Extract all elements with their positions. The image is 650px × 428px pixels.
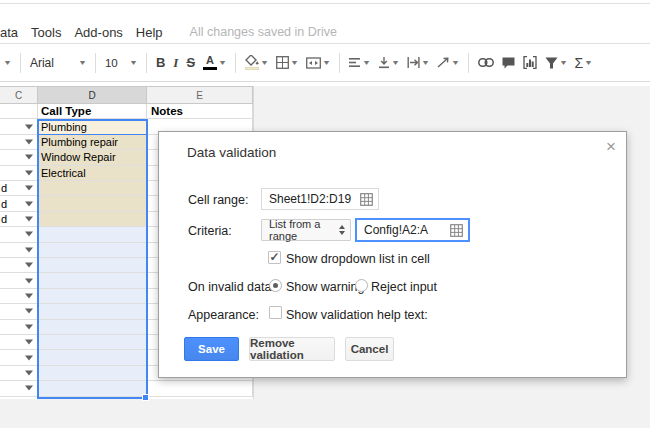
cell-c[interactable] [0, 320, 38, 335]
cell-dropdown-arrow-icon[interactable] [25, 324, 33, 329]
text-color-button[interactable]: A ▼ [200, 51, 229, 75]
cell-c[interactable] [0, 381, 38, 396]
criteria-range-input[interactable]: Config!A2:A [355, 218, 470, 242]
cell-d[interactable]: Plumbing repair [38, 135, 147, 150]
cell-dropdown-arrow-icon[interactable] [25, 155, 33, 160]
save-button[interactable]: Save [184, 337, 239, 361]
cell-d[interactable]: Plumbing [38, 119, 147, 134]
strikethrough-button[interactable]: S [183, 51, 198, 75]
remove-validation-button[interactable]: Remove validation [249, 337, 335, 361]
cell-d[interactable] [38, 304, 147, 319]
cell-dropdown-arrow-icon[interactable] [25, 278, 33, 283]
cell-dropdown-arrow-icon[interactable] [25, 139, 33, 144]
functions-button[interactable]: Σ ▼ [572, 51, 596, 75]
select-range-icon[interactable] [450, 224, 463, 237]
fill-color-button[interactable]: ▼ [242, 51, 271, 75]
cell-dropdown-arrow-icon[interactable] [25, 293, 33, 298]
font-size-select[interactable]: 10▼ [102, 51, 140, 75]
show-warning-radio[interactable] [269, 279, 282, 292]
cell-c[interactable] [0, 243, 38, 258]
cell-dropdown-arrow-icon[interactable] [25, 309, 33, 314]
cell-c[interactable] [0, 166, 38, 181]
cell-d[interactable] [38, 196, 147, 211]
cell-c[interactable]: d [0, 196, 38, 211]
vertical-align-button[interactable]: ▼ [375, 51, 402, 75]
cell-c[interactable]: d [0, 181, 38, 196]
cell-c[interactable] [0, 227, 38, 242]
cell-d[interactable] [38, 181, 147, 196]
criteria-type-select[interactable]: List from a range [261, 219, 351, 241]
merge-cells-button[interactable]: ▼ [303, 51, 333, 75]
cell-c[interactable] [0, 150, 38, 165]
cell-dropdown-arrow-icon[interactable] [25, 216, 33, 221]
cell-c[interactable] [0, 119, 38, 134]
cell-c[interactable] [0, 304, 38, 319]
cell-c[interactable] [0, 289, 38, 304]
italic-button[interactable]: I [170, 51, 181, 75]
select-range-icon[interactable] [360, 193, 373, 206]
insert-link-button[interactable] [475, 51, 497, 75]
cell-dropdown-arrow-icon[interactable] [25, 247, 33, 252]
insert-chart-button[interactable] [520, 51, 540, 75]
cell-d[interactable] [38, 320, 147, 335]
horizontal-align-button[interactable]: ▼ [346, 51, 373, 75]
cell-d[interactable] [38, 258, 147, 273]
cell-dropdown-arrow-icon[interactable] [25, 124, 33, 129]
cell-c[interactable] [0, 366, 38, 381]
cell-c[interactable] [0, 335, 38, 350]
cell-d[interactable] [38, 243, 147, 258]
menu-item-addons[interactable]: Add-ons [74, 25, 122, 40]
cell-range-input[interactable]: Sheet1!D2:D19 [261, 188, 379, 210]
menu-item-tools[interactable]: Tools [31, 25, 61, 40]
borders-button[interactable]: ▼ [273, 51, 301, 75]
cell-dropdown-arrow-icon[interactable] [25, 201, 33, 206]
column-header-d[interactable]: D [38, 86, 147, 104]
cell-range-label: Cell range: [188, 193, 248, 207]
cell-dropdown-arrow-icon[interactable] [25, 340, 33, 345]
clipped-toolbar-dropdown[interactable]: ▼ [1, 51, 14, 75]
cell-d[interactable]: Electrical [38, 166, 147, 181]
vertical-align-icon [378, 57, 390, 69]
text-rotation-button[interactable]: ▼ [434, 51, 462, 75]
cell-e[interactable]: Notes [147, 104, 253, 119]
cell-c[interactable] [0, 258, 38, 273]
cell-d[interactable] [38, 289, 147, 304]
column-header-e[interactable]: E [147, 86, 253, 104]
cell-e[interactable] [147, 381, 253, 396]
cell-dropdown-arrow-icon[interactable] [25, 186, 33, 191]
filter-button[interactable]: ▼ [542, 51, 570, 75]
insert-comment-button[interactable] [499, 51, 518, 75]
bold-button[interactable]: B [153, 51, 168, 75]
reject-input-radio[interactable] [355, 279, 368, 292]
cell-dropdown-arrow-icon[interactable] [25, 370, 33, 375]
fill-handle[interactable] [142, 394, 149, 401]
cell-d[interactable] [38, 227, 147, 242]
cell-c[interactable] [0, 273, 38, 288]
cell-dropdown-arrow-icon[interactable] [25, 170, 33, 175]
cell-d[interactable]: Window Repair [38, 150, 147, 165]
cell-c[interactable] [0, 135, 38, 150]
cell-d[interactable] [38, 381, 147, 396]
cell-dropdown-arrow-icon[interactable] [25, 355, 33, 360]
menu-item-data-partial[interactable]: ata [0, 25, 18, 40]
help-text-checkbox[interactable] [269, 306, 282, 319]
cell-c[interactable]: d [0, 212, 38, 227]
show-dropdown-checkbox[interactable]: ✓ [268, 251, 281, 264]
text-wrap-button[interactable]: ▼ [404, 51, 432, 75]
cell-d[interactable]: Call Type [38, 104, 147, 119]
cancel-button[interactable]: Cancel [345, 337, 394, 361]
menu-item-help[interactable]: Help [136, 25, 163, 40]
cell-dropdown-arrow-icon[interactable] [25, 386, 33, 391]
cell-d[interactable] [38, 350, 147, 365]
cell-d[interactable] [38, 273, 147, 288]
cell-dropdown-arrow-icon[interactable] [25, 232, 33, 237]
cell-c[interactable] [0, 104, 38, 119]
font-family-select[interactable]: Arial▼ [27, 51, 89, 75]
cell-c[interactable] [0, 350, 38, 365]
cell-d[interactable] [38, 335, 147, 350]
column-header-c[interactable]: C [0, 86, 38, 104]
close-icon[interactable]: × [606, 138, 616, 155]
cell-d[interactable] [38, 212, 147, 227]
cell-d[interactable] [38, 366, 147, 381]
cell-dropdown-arrow-icon[interactable] [25, 263, 33, 268]
